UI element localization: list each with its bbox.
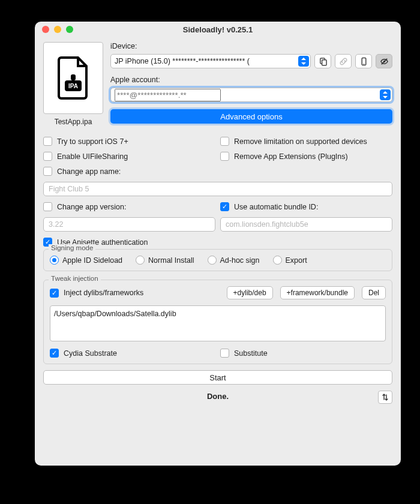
opt-inject-dylibs[interactable]: Inject dylibs/frameworks: [50, 289, 143, 298]
svg-rect-2: [71, 74, 76, 80]
tweak-injection-group: Tweak injection Inject dylibs/frameworks…: [43, 280, 392, 364]
opt-ios7[interactable]: Try to support iOS 7+: [43, 137, 215, 146]
apple-account-label: Apple account:: [110, 76, 392, 84]
hide-sensitive-button[interactable]: [376, 54, 392, 68]
radio-apple-id-sideload-label: Apple ID Sideload: [62, 256, 122, 265]
radio-apple-id-sideload[interactable]: Apple ID Sideload: [50, 256, 122, 265]
opt-auto-bundle-id[interactable]: Use automatic bundle ID:: [220, 202, 392, 211]
signing-mode-group: Signing mode Apple ID Sideload Normal In…: [43, 249, 392, 271]
opt-change-app-version-label: Change app version:: [57, 203, 126, 211]
radio-export-label: Export: [286, 256, 307, 265]
delete-tweak-button[interactable]: Del: [362, 286, 386, 299]
ipa-drop-zone[interactable]: IPA: [43, 42, 103, 114]
tweak-list[interactable]: /Users/qbap/Downloads/Satella.dylib: [50, 305, 386, 341]
opt-cydia-substrate[interactable]: Cydia Substrate: [50, 349, 215, 358]
svg-rect-4: [322, 59, 326, 65]
radio-adhoc-sign-label: Ad-hoc sign: [220, 256, 260, 265]
svg-point-6: [363, 63, 364, 64]
idevice-value: JP iPhone (15.0) ********-**************…: [115, 57, 250, 65]
titlebar: Sideloadly! v0.25.1: [35, 22, 401, 37]
opt-remove-extensions-label: Remove App Extensions (PlugIns): [234, 152, 348, 161]
radio-normal-install[interactable]: Normal Install: [136, 256, 194, 265]
add-dylib-button[interactable]: +dylib/deb: [227, 286, 273, 299]
copy-icon: [319, 57, 328, 66]
apple-account-field[interactable]: [110, 88, 392, 102]
opt-change-app-name[interactable]: Change app name:: [43, 167, 392, 176]
signing-mode-legend: Signing mode: [49, 244, 95, 251]
app-name-input[interactable]: [43, 182, 392, 196]
opt-uifilesharing[interactable]: Enable UIFileSharing: [43, 152, 215, 161]
select-arrows-icon: [298, 56, 309, 67]
log-toggle-button[interactable]: [378, 391, 392, 404]
phone-icon: [359, 57, 368, 66]
add-framework-button[interactable]: +framework/bundle: [280, 286, 355, 299]
copy-udid-button[interactable]: [314, 54, 331, 68]
radio-normal-install-label: Normal Install: [148, 256, 194, 265]
bundle-id-input[interactable]: [220, 217, 392, 232]
opt-change-app-name-label: Change app name:: [57, 167, 121, 176]
tweak-list-item[interactable]: /Users/qbap/Downloads/Satella.dylib: [54, 310, 382, 318]
radio-adhoc-sign[interactable]: Ad-hoc sign: [208, 256, 260, 265]
start-button[interactable]: Start: [43, 370, 392, 385]
opt-remove-extensions[interactable]: Remove App Extensions (PlugIns): [220, 152, 392, 161]
opt-substitute[interactable]: Substitute: [220, 349, 386, 358]
link-button[interactable]: [335, 54, 352, 68]
idevice-label: iDevice:: [110, 42, 392, 50]
opt-inject-dylibs-label: Inject dylibs/frameworks: [64, 289, 143, 297]
opt-uifilesharing-label: Enable UIFileSharing: [57, 152, 128, 161]
status-text: Done.: [43, 392, 392, 401]
opt-change-app-version[interactable]: Change app version:: [43, 202, 215, 211]
eye-off-icon: [380, 57, 389, 66]
idevice-select[interactable]: JP iPhone (15.0) ********-**************…: [110, 54, 311, 68]
app-version-input[interactable]: [43, 217, 215, 232]
link-icon: [339, 57, 348, 66]
window-title: Sideloadly! v0.25.1: [35, 25, 401, 34]
sort-arrows-icon: [382, 393, 389, 401]
apple-account-input[interactable]: [115, 89, 221, 101]
opt-remove-limitation-label: Remove limitation on supported devices: [234, 137, 367, 146]
opt-cydia-substrate-label: Cydia Substrate: [64, 349, 117, 358]
select-arrows-icon: [380, 89, 391, 100]
opt-auto-bundle-id-label: Use automatic bundle ID:: [234, 203, 318, 211]
advanced-options-button[interactable]: Advanced options: [110, 109, 392, 124]
svg-text:IPA: IPA: [68, 83, 78, 89]
radio-export[interactable]: Export: [273, 256, 307, 265]
ipa-filename: TestApp.ipa: [55, 118, 92, 126]
opt-ios7-label: Try to support iOS 7+: [57, 137, 128, 146]
app-window: Sideloadly! v0.25.1 IPA TestApp.ipa iDev…: [35, 22, 401, 466]
tweak-injection-legend: Tweak injection: [49, 275, 101, 282]
opt-substitute-label: Substitute: [234, 349, 268, 358]
ipa-file-icon: IPA: [56, 56, 90, 100]
opt-remove-limitation[interactable]: Remove limitation on supported devices: [220, 137, 392, 146]
device-info-button[interactable]: [355, 54, 372, 68]
